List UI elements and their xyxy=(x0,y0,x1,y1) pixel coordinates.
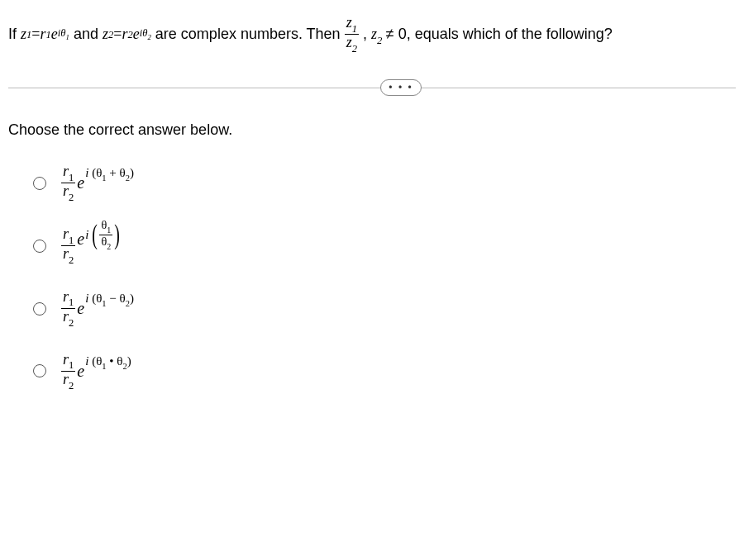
radio-c[interactable] xyxy=(33,302,46,316)
option-d[interactable]: r1 r2 e i (θ1 • θ2) xyxy=(33,352,736,392)
z2-expr: z2 = r2 e iθ2 xyxy=(103,18,151,51)
text-and: and xyxy=(74,26,103,42)
option-b-expr: r1 r2 e i ( θ1 θ2 ) xyxy=(61,226,122,266)
option-b[interactable]: r1 r2 e i ( θ1 θ2 ) xyxy=(33,226,736,266)
text-tail: ≠ 0, equals which of the following? xyxy=(386,26,613,42)
ellipsis-icon: • • • xyxy=(389,82,413,93)
problem-statement: If z1 = r1 e iθ1 and z2 = r2 e iθ2 are c… xyxy=(8,15,736,55)
z1-expr: z1 = r1 e iθ1 xyxy=(21,18,69,51)
expand-button[interactable]: • • • xyxy=(380,79,422,96)
radio-a[interactable] xyxy=(33,177,46,190)
instruction-text: Choose the correct answer below. xyxy=(8,121,736,139)
option-a[interactable]: r1 r2 e i (θ1 + θ2) xyxy=(33,164,736,203)
text-if: If xyxy=(8,26,21,42)
option-d-expr: r1 r2 e i (θ1 • θ2) xyxy=(61,352,131,392)
divider-line xyxy=(8,88,736,88)
radio-b[interactable] xyxy=(33,240,46,253)
cond-z2: z2 xyxy=(371,26,386,42)
option-a-expr: r1 r2 e i (θ1 + θ2) xyxy=(61,164,134,203)
option-c[interactable]: r1 r2 e i (θ1 − θ2) xyxy=(33,289,736,329)
option-c-expr: r1 r2 e i (θ1 − θ2) xyxy=(61,289,134,329)
options-group: r1 r2 e i (θ1 + θ2) r1 r2 e i xyxy=(8,164,736,392)
text-mid: are complex numbers. Then xyxy=(155,26,345,42)
z-fraction: z1 z2 xyxy=(345,15,359,55)
divider: • • • xyxy=(8,88,736,88)
text-comma: , xyxy=(363,26,371,42)
radio-d[interactable] xyxy=(33,364,46,377)
